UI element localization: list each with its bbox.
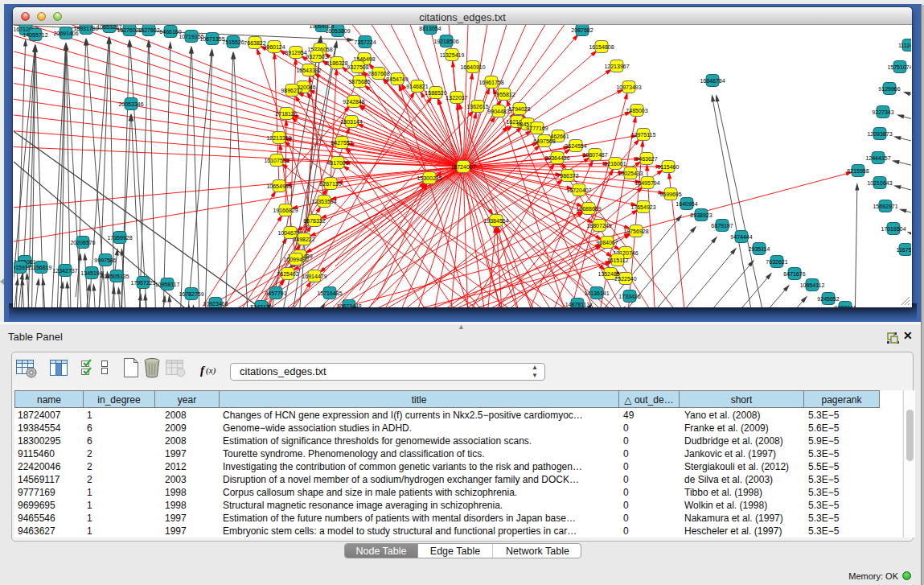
svg-text:16107553: 16107553 xyxy=(264,158,289,163)
svg-text:12975115: 12975115 xyxy=(631,132,656,138)
svg-text:3624554: 3624554 xyxy=(565,143,586,149)
svg-text:9242848: 9242848 xyxy=(343,99,364,105)
svg-text:9997586: 9997586 xyxy=(94,257,116,263)
svg-text:9463627: 9463627 xyxy=(635,156,657,162)
svg-text:16154808: 16154808 xyxy=(589,44,614,50)
svg-text:9327508: 9327508 xyxy=(347,64,368,70)
svg-text:15692971: 15692971 xyxy=(873,204,897,209)
svg-text:16053809: 16053809 xyxy=(325,28,350,34)
svg-text:19054018: 19054018 xyxy=(309,25,334,29)
svg-text:1345194: 1345194 xyxy=(80,270,102,276)
svg-text:7986372: 7986372 xyxy=(556,173,578,179)
svg-text:4817006: 4817006 xyxy=(326,160,348,166)
svg-text:16543382: 16543382 xyxy=(296,68,321,73)
svg-text:14878113: 14878113 xyxy=(565,302,590,307)
svg-text:16782759: 16782759 xyxy=(179,291,203,297)
svg-text:1322037: 1322037 xyxy=(446,95,467,101)
svg-text:3498222: 3498222 xyxy=(293,237,314,242)
svg-text:9327503: 9327503 xyxy=(306,54,327,60)
svg-text:1527602: 1527602 xyxy=(138,27,159,33)
svg-text:8347121: 8347121 xyxy=(250,304,272,308)
svg-text:16099490: 16099490 xyxy=(283,257,308,262)
svg-text:18931780: 18931780 xyxy=(73,26,98,31)
svg-text:2935114: 2935114 xyxy=(749,246,770,252)
svg-text:2087682: 2087682 xyxy=(571,27,593,33)
svg-text:10210643: 10210643 xyxy=(867,180,892,186)
svg-text:8813054: 8813054 xyxy=(419,26,441,31)
svg-text:2867608: 2867608 xyxy=(368,71,389,76)
svg-text:8678332: 8678332 xyxy=(303,218,325,224)
svg-text:8471676: 8471676 xyxy=(783,271,805,277)
svg-text:8938923: 8938923 xyxy=(690,212,712,218)
svg-text:2718126: 2718126 xyxy=(275,111,297,117)
svg-text:8215958: 8215958 xyxy=(847,168,869,174)
svg-text:9129966: 9129966 xyxy=(878,86,900,92)
svg-text:10025433: 10025433 xyxy=(618,171,643,176)
svg-text:19756928: 19756928 xyxy=(623,229,648,234)
svg-text:12093873: 12093873 xyxy=(867,131,892,137)
svg-text:15720407: 15720407 xyxy=(566,187,591,193)
svg-text:16961758: 16961758 xyxy=(478,80,503,85)
svg-text:15716485: 15716485 xyxy=(317,290,342,296)
svg-text:10671355: 10671355 xyxy=(199,36,224,42)
svg-text:8912954: 8912954 xyxy=(285,50,306,56)
svg-text:16495794: 16495794 xyxy=(634,180,659,186)
svg-text:12213369: 12213369 xyxy=(266,135,291,141)
svg-text:12213967: 12213967 xyxy=(604,64,629,69)
svg-text:10654985: 10654985 xyxy=(266,183,291,189)
svg-text:1112480: 1112480 xyxy=(898,43,911,48)
svg-text:14136141: 14136141 xyxy=(584,290,609,296)
svg-text:9896212: 9896212 xyxy=(281,88,302,93)
svg-text:6497568: 6497568 xyxy=(533,138,555,144)
svg-text:16648784: 16648784 xyxy=(700,78,725,84)
svg-text:18724007: 18724007 xyxy=(450,164,475,170)
svg-text:19384554: 19384554 xyxy=(483,218,508,224)
svg-text:1588520: 1588520 xyxy=(425,90,446,96)
svg-text:9227343: 9227343 xyxy=(872,109,893,115)
svg-text:116753: 116753 xyxy=(897,247,911,253)
svg-text:1640954: 1640954 xyxy=(676,201,697,207)
svg-text:6216001: 6216001 xyxy=(604,161,626,167)
svg-text:18807249: 18807249 xyxy=(586,223,611,229)
svg-text:15751074: 15751074 xyxy=(887,64,911,70)
svg-text:1362615: 1362615 xyxy=(466,104,488,109)
svg-text:6794028: 6794028 xyxy=(508,106,530,112)
svg-text:7955812: 7955812 xyxy=(493,92,515,97)
svg-text:(x): (x) xyxy=(206,365,216,376)
svg-text:12342737: 12342737 xyxy=(52,268,77,274)
svg-text:8427552: 8427552 xyxy=(331,140,352,146)
svg-text:7625402: 7625402 xyxy=(277,271,298,277)
svg-text:10823448: 10823448 xyxy=(336,303,361,308)
svg-text:3915912: 3915912 xyxy=(14,265,31,270)
svg-text:10688609: 10688609 xyxy=(576,206,601,212)
svg-text:2522540: 2522540 xyxy=(614,276,636,282)
svg-text:9474444: 9474444 xyxy=(730,234,752,240)
svg-text:9699695: 9699695 xyxy=(659,192,681,197)
svg-text:12505135: 12505135 xyxy=(104,274,129,279)
svg-text:8454749: 8454749 xyxy=(386,76,408,82)
svg-text:7515526: 7515526 xyxy=(222,39,244,45)
svg-text:9245652: 9245652 xyxy=(817,296,839,302)
svg-text:1615112: 1615112 xyxy=(607,257,629,263)
svg-text:17016504: 17016504 xyxy=(881,226,906,232)
svg-text:9084067: 9084067 xyxy=(596,240,618,245)
svg-text:1156819: 1156819 xyxy=(31,265,52,270)
svg-text:12444157: 12444157 xyxy=(865,155,890,161)
svg-text:12353594: 12353594 xyxy=(311,199,336,204)
svg-text:20364436: 20364436 xyxy=(544,155,569,161)
svg-text:15300215: 15300215 xyxy=(417,175,441,181)
svg-text:10958117: 10958117 xyxy=(155,282,180,287)
svg-text:10923468: 10923468 xyxy=(203,301,228,307)
svg-text:16914479: 16914479 xyxy=(302,274,326,279)
svg-text:1733426: 1733426 xyxy=(618,294,640,299)
svg-text:17359928: 17359928 xyxy=(107,235,132,241)
svg-text:6879197: 6879197 xyxy=(711,223,733,229)
svg-text:14055712: 14055712 xyxy=(23,32,47,38)
svg-text:10654112: 10654112 xyxy=(800,282,825,288)
svg-text:3875685: 3875685 xyxy=(348,79,370,84)
svg-text:9960124: 9960124 xyxy=(263,44,285,50)
svg-text:8186328: 8186328 xyxy=(326,60,347,66)
svg-text:9777169: 9777169 xyxy=(526,126,548,131)
svg-text:9904483: 9904483 xyxy=(487,109,509,114)
svg-text:7632621: 7632621 xyxy=(766,259,787,265)
